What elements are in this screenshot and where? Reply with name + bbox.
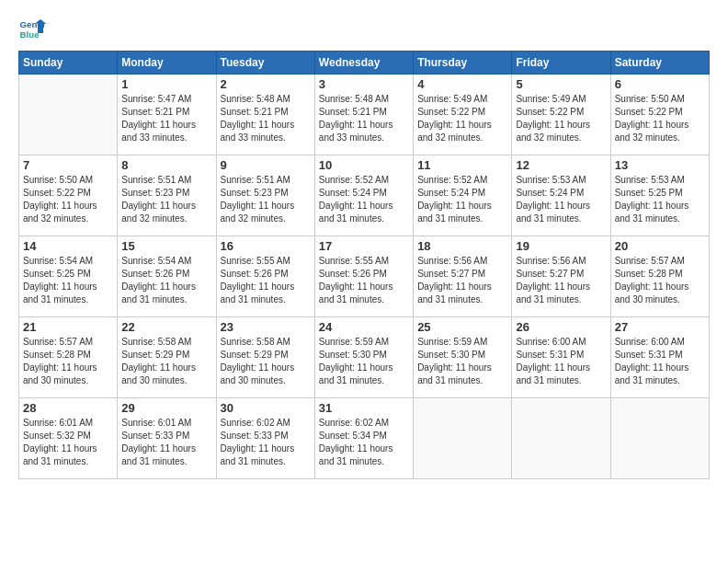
- cell-content: Sunrise: 6:00 AMSunset: 5:31 PMDaylight:…: [516, 336, 606, 387]
- cell-content: Sunrise: 5:56 AMSunset: 5:27 PMDaylight:…: [417, 255, 507, 306]
- day-number: 8: [121, 158, 211, 172]
- day-number: 16: [221, 239, 311, 253]
- col-header-tuesday: Tuesday: [216, 52, 314, 75]
- calendar-cell: 5Sunrise: 5:49 AMSunset: 5:22 PMDaylight…: [512, 75, 610, 155]
- cell-content: Sunrise: 6:02 AMSunset: 5:34 PMDaylight:…: [319, 417, 409, 468]
- calendar-cell: 24Sunrise: 5:59 AMSunset: 5:30 PMDayligh…: [314, 317, 413, 398]
- cell-content: Sunrise: 5:50 AMSunset: 5:22 PMDaylight:…: [23, 174, 113, 225]
- calendar-cell: 12Sunrise: 5:53 AMSunset: 5:24 PMDayligh…: [512, 155, 610, 236]
- day-number: 20: [615, 239, 705, 253]
- cell-content: Sunrise: 5:59 AMSunset: 5:30 PMDaylight:…: [319, 336, 409, 387]
- col-header-thursday: Thursday: [414, 52, 512, 75]
- calendar-table: SundayMondayTuesdayWednesdayThursdayFrid…: [18, 51, 710, 479]
- cell-content: Sunrise: 6:00 AMSunset: 5:31 PMDaylight:…: [615, 336, 705, 387]
- day-number: 10: [319, 158, 409, 172]
- day-number: 13: [615, 158, 705, 172]
- day-number: 28: [23, 401, 113, 415]
- day-number: 6: [615, 77, 705, 91]
- calendar-cell: [414, 398, 512, 479]
- calendar-cell: 2Sunrise: 5:48 AMSunset: 5:21 PMDaylight…: [216, 75, 314, 155]
- calendar-cell: [512, 398, 610, 479]
- cell-content: Sunrise: 5:58 AMSunset: 5:29 PMDaylight:…: [221, 336, 311, 387]
- day-number: 9: [221, 158, 311, 172]
- day-number: 11: [417, 158, 507, 172]
- calendar-cell: 6Sunrise: 5:50 AMSunset: 5:22 PMDaylight…: [610, 75, 709, 155]
- calendar-week-1: 1Sunrise: 5:47 AMSunset: 5:21 PMDaylight…: [19, 75, 710, 155]
- cell-content: Sunrise: 5:49 AMSunset: 5:22 PMDaylight:…: [417, 93, 507, 144]
- calendar-header-row: SundayMondayTuesdayWednesdayThursdayFrid…: [19, 52, 710, 75]
- calendar-cell: 16Sunrise: 5:55 AMSunset: 5:26 PMDayligh…: [216, 236, 314, 317]
- cell-content: Sunrise: 5:48 AMSunset: 5:21 PMDaylight:…: [319, 93, 409, 144]
- day-number: 27: [615, 320, 705, 334]
- calendar-cell: 22Sunrise: 5:58 AMSunset: 5:29 PMDayligh…: [118, 317, 216, 398]
- cell-content: Sunrise: 6:01 AMSunset: 5:33 PMDaylight:…: [121, 417, 211, 468]
- calendar-cell: 25Sunrise: 5:59 AMSunset: 5:30 PMDayligh…: [414, 317, 512, 398]
- cell-content: Sunrise: 5:52 AMSunset: 5:24 PMDaylight:…: [319, 174, 409, 225]
- day-number: 4: [417, 77, 507, 91]
- day-number: 15: [121, 239, 211, 253]
- cell-content: Sunrise: 5:47 AMSunset: 5:21 PMDaylight:…: [121, 93, 211, 144]
- day-number: 31: [319, 401, 409, 415]
- day-number: 2: [221, 77, 311, 91]
- col-header-wednesday: Wednesday: [314, 52, 413, 75]
- calendar-cell: 15Sunrise: 5:54 AMSunset: 5:26 PMDayligh…: [118, 236, 216, 317]
- cell-content: Sunrise: 5:58 AMSunset: 5:29 PMDaylight:…: [121, 336, 211, 387]
- day-number: 29: [121, 401, 211, 415]
- calendar-week-5: 28Sunrise: 6:01 AMSunset: 5:32 PMDayligh…: [19, 398, 710, 479]
- calendar-cell: [19, 75, 118, 155]
- day-number: 19: [516, 239, 606, 253]
- cell-content: Sunrise: 5:55 AMSunset: 5:26 PMDaylight:…: [319, 255, 409, 306]
- calendar-cell: 29Sunrise: 6:01 AMSunset: 5:33 PMDayligh…: [118, 398, 216, 479]
- calendar-cell: 9Sunrise: 5:51 AMSunset: 5:23 PMDaylight…: [216, 155, 314, 236]
- cell-content: Sunrise: 6:01 AMSunset: 5:32 PMDaylight:…: [23, 417, 113, 468]
- calendar-cell: 21Sunrise: 5:57 AMSunset: 5:28 PMDayligh…: [19, 317, 118, 398]
- cell-content: Sunrise: 6:02 AMSunset: 5:33 PMDaylight:…: [221, 417, 311, 468]
- cell-content: Sunrise: 5:50 AMSunset: 5:22 PMDaylight:…: [615, 93, 705, 144]
- col-header-friday: Friday: [512, 52, 610, 75]
- col-header-saturday: Saturday: [610, 52, 709, 75]
- day-number: 1: [121, 77, 211, 91]
- day-number: 26: [516, 320, 606, 334]
- calendar-cell: 8Sunrise: 5:51 AMSunset: 5:23 PMDaylight…: [118, 155, 216, 236]
- col-header-monday: Monday: [118, 52, 216, 75]
- cell-content: Sunrise: 5:54 AMSunset: 5:26 PMDaylight:…: [121, 255, 211, 306]
- day-number: 14: [23, 239, 113, 253]
- svg-text:Blue: Blue: [20, 29, 40, 40]
- cell-content: Sunrise: 5:59 AMSunset: 5:30 PMDaylight:…: [417, 336, 507, 387]
- cell-content: Sunrise: 5:54 AMSunset: 5:25 PMDaylight:…: [23, 255, 113, 306]
- calendar-cell: 4Sunrise: 5:49 AMSunset: 5:22 PMDaylight…: [414, 75, 512, 155]
- calendar-cell: 17Sunrise: 5:55 AMSunset: 5:26 PMDayligh…: [314, 236, 413, 317]
- calendar-cell: 27Sunrise: 6:00 AMSunset: 5:31 PMDayligh…: [610, 317, 709, 398]
- calendar-cell: 30Sunrise: 6:02 AMSunset: 5:33 PMDayligh…: [216, 398, 314, 479]
- cell-content: Sunrise: 5:56 AMSunset: 5:27 PMDaylight:…: [516, 255, 606, 306]
- calendar-cell: [610, 398, 709, 479]
- cell-content: Sunrise: 5:53 AMSunset: 5:25 PMDaylight:…: [615, 174, 705, 225]
- calendar-week-4: 21Sunrise: 5:57 AMSunset: 5:28 PMDayligh…: [19, 317, 710, 398]
- logo: General Blue: [18, 14, 50, 41]
- calendar-cell: 28Sunrise: 6:01 AMSunset: 5:32 PMDayligh…: [19, 398, 118, 479]
- day-number: 24: [319, 320, 409, 334]
- day-number: 17: [319, 239, 409, 253]
- day-number: 5: [516, 77, 606, 91]
- day-number: 30: [221, 401, 311, 415]
- calendar-cell: 31Sunrise: 6:02 AMSunset: 5:34 PMDayligh…: [314, 398, 413, 479]
- calendar-cell: 23Sunrise: 5:58 AMSunset: 5:29 PMDayligh…: [216, 317, 314, 398]
- page-header: General Blue: [18, 14, 710, 41]
- logo-icon: General Blue: [18, 14, 46, 41]
- cell-content: Sunrise: 5:51 AMSunset: 5:23 PMDaylight:…: [221, 174, 311, 225]
- cell-content: Sunrise: 5:55 AMSunset: 5:26 PMDaylight:…: [221, 255, 311, 306]
- day-number: 25: [417, 320, 507, 334]
- calendar-cell: 3Sunrise: 5:48 AMSunset: 5:21 PMDaylight…: [314, 75, 413, 155]
- calendar-week-3: 14Sunrise: 5:54 AMSunset: 5:25 PMDayligh…: [19, 236, 710, 317]
- calendar-cell: 14Sunrise: 5:54 AMSunset: 5:25 PMDayligh…: [19, 236, 118, 317]
- calendar-cell: 19Sunrise: 5:56 AMSunset: 5:27 PMDayligh…: [512, 236, 610, 317]
- calendar-cell: 26Sunrise: 6:00 AMSunset: 5:31 PMDayligh…: [512, 317, 610, 398]
- day-number: 23: [221, 320, 311, 334]
- cell-content: Sunrise: 5:48 AMSunset: 5:21 PMDaylight:…: [221, 93, 311, 144]
- day-number: 7: [23, 158, 113, 172]
- cell-content: Sunrise: 5:51 AMSunset: 5:23 PMDaylight:…: [121, 174, 211, 225]
- cell-content: Sunrise: 5:53 AMSunset: 5:24 PMDaylight:…: [516, 174, 606, 225]
- cell-content: Sunrise: 5:49 AMSunset: 5:22 PMDaylight:…: [516, 93, 606, 144]
- calendar-cell: 18Sunrise: 5:56 AMSunset: 5:27 PMDayligh…: [414, 236, 512, 317]
- calendar-cell: 11Sunrise: 5:52 AMSunset: 5:24 PMDayligh…: [414, 155, 512, 236]
